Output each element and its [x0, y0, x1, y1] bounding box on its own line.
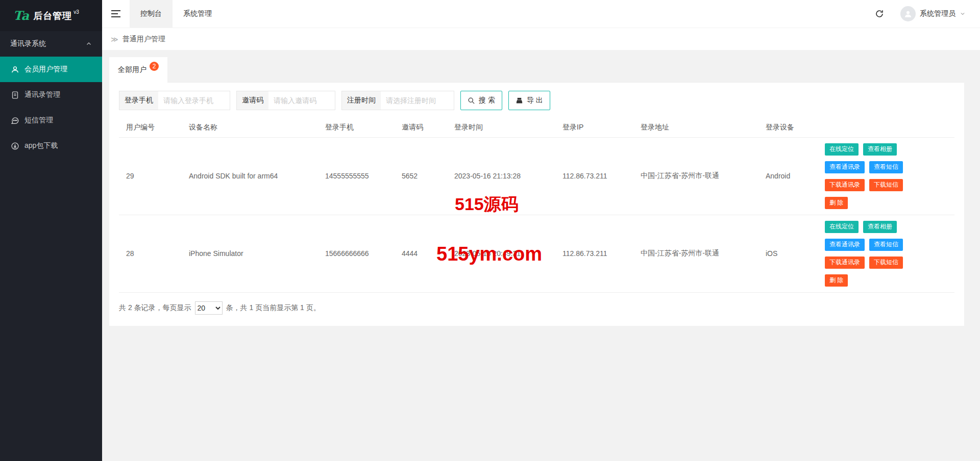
cell: 112.86.73.211 [555, 215, 633, 292]
breadcrumb-icon: ≫ [111, 35, 118, 43]
cell: 2023-05-16 21:13:28 [447, 137, 555, 215]
main-area: 控制台系统管理 系统管理员 ≫ 普通用户管理 [102, 0, 980, 461]
filter-label: 注册时间 [342, 91, 381, 110]
cell: 中国-江苏省-苏州市-联通 [633, 137, 758, 215]
delete-button[interactable]: 删 除 [825, 274, 848, 287]
view-album-button[interactable]: 查看相册 [863, 221, 897, 233]
cell: 28 [119, 215, 182, 292]
download-contacts-button[interactable]: 下载通讯录 [825, 257, 865, 269]
online-locate-button[interactable]: 在线定位 [825, 221, 859, 233]
user-icon [11, 65, 19, 74]
app-logo: Ta 后台管理 v3 [0, 0, 102, 31]
topbar: 控制台系统管理 系统管理员 [102, 0, 980, 28]
column-header: 登录设备 [758, 118, 818, 137]
column-header: 登录地址 [633, 118, 758, 137]
column-header: 登录手机 [318, 118, 395, 137]
online-locate-button[interactable]: 在线定位 [825, 143, 859, 156]
download-icon [11, 142, 19, 150]
sidebar-section-contacts-system[interactable]: 通讯录系统 [0, 31, 102, 57]
chevron-down-icon [960, 11, 966, 17]
refresh-icon[interactable] [864, 9, 895, 18]
sidebar-nav: 会员用户管理通讯录管理短信管理app包下载 [0, 57, 102, 159]
download-contacts-button[interactable]: 下载通讯录 [825, 179, 865, 191]
topbar-right: 系统管理员 [864, 0, 980, 28]
sidebar-item-app-package-download[interactable]: app包下载 [0, 133, 102, 159]
filter-group-0: 登录手机 [119, 91, 230, 110]
view-album-button[interactable]: 查看相册 [863, 143, 897, 156]
breadcrumb-current: 普通用户管理 [122, 35, 165, 44]
pagination-prefix: 共 2 条记录，每页显示 [119, 303, 191, 313]
page-size-select[interactable]: 20 [195, 301, 223, 315]
filter-input-1[interactable] [268, 91, 335, 110]
card-body: 登录手机邀请码注册时间 搜 索 导 出 用户编号设备名 [109, 83, 964, 326]
cell: 中国-江苏省-苏州市-联通 [633, 215, 758, 292]
cell: 2023-05-16 20:49:31 [447, 215, 555, 292]
search-button[interactable]: 搜 索 [460, 91, 502, 110]
view-sms-button[interactable]: 查看短信 [869, 161, 903, 173]
contacts-icon [11, 91, 19, 99]
cell: 29 [119, 137, 182, 215]
sidebar-item-contacts-management[interactable]: 通讯录管理 [0, 82, 102, 108]
view-contacts-button[interactable]: 查看通讯录 [825, 161, 865, 173]
cell: iOS [758, 215, 818, 292]
view-contacts-button[interactable]: 查看通讯录 [825, 239, 865, 251]
sidebar: Ta 后台管理 v3 通讯录系统 会员用户管理通讯录管理短信管理app包下载 [0, 0, 102, 461]
cell: iPhone Simulator [182, 215, 318, 292]
avatar [900, 6, 916, 21]
user-menu[interactable]: 系统管理员 [895, 0, 980, 28]
column-header: 登录时间 [447, 118, 555, 137]
view-sms-button[interactable]: 查看短信 [869, 239, 903, 251]
column-header: 用户编号 [119, 118, 182, 137]
row-actions: 在线定位查看相册查看通讯录查看短信下载通讯录下载短信删 除 [818, 215, 954, 292]
sms-icon [11, 116, 19, 125]
cell: 15666666666 [318, 215, 395, 292]
filter-bar: 登录手机邀请码注册时间 搜 索 导 出 [119, 90, 954, 118]
users-card: 全部用户 2 登录手机邀请码注册时间 搜 索 导 出 [109, 57, 964, 326]
download-sms-button[interactable]: 下载短信 [869, 179, 903, 191]
cell: 112.86.73.211 [555, 137, 633, 215]
table-row: 28iPhone Simulator1566666666644442023-05… [119, 215, 954, 292]
card-tabbar: 全部用户 2 [109, 57, 964, 83]
chevron-up-icon [86, 41, 92, 47]
export-icon [516, 97, 523, 105]
column-header: 登录IP [555, 118, 633, 137]
page: Ta 后台管理 v3 通讯录系统 会员用户管理通讯录管理短信管理app包下载 控… [0, 0, 980, 461]
download-sms-button[interactable]: 下载短信 [869, 257, 903, 269]
users-table: 用户编号设备名称登录手机邀请码登录时间登录IP登录地址登录设备 29Androi… [119, 118, 954, 293]
sidebar-section-title: 通讯录系统 [10, 39, 46, 48]
row-actions: 在线定位查看相册查看通讯录查看短信下载通讯录下载短信删 除 [818, 137, 954, 215]
filter-label: 邀请码 [237, 91, 268, 110]
search-button-label: 搜 索 [479, 96, 495, 105]
sidebar-item-label: app包下载 [24, 141, 58, 150]
cell: Android SDK built for arm64 [182, 137, 318, 215]
sidebar-item-label: 通讯录管理 [24, 90, 60, 99]
cell: 14555555555 [318, 137, 395, 215]
delete-button[interactable]: 删 除 [825, 197, 848, 209]
filter-label: 登录手机 [119, 91, 158, 110]
content: 全部用户 2 登录手机邀请码注册时间 搜 索 导 出 [102, 50, 980, 461]
cell: Android [758, 137, 818, 215]
column-header [818, 118, 954, 137]
table-row: 29Android SDK built for arm6414555555555… [119, 137, 954, 215]
pagination-suffix: 条，共 1 页当前显示第 1 页。 [226, 303, 321, 313]
filter-group-1: 邀请码 [236, 91, 335, 110]
user-name: 系统管理员 [920, 9, 955, 18]
table-header-row: 用户编号设备名称登录手机邀请码登录时间登录IP登录地址登录设备 [119, 118, 954, 137]
app-title: 后台管理 [33, 10, 72, 22]
top-tab-console[interactable]: 控制台 [130, 0, 173, 28]
filter-input-0[interactable] [158, 91, 230, 110]
filter-input-2[interactable] [381, 91, 454, 110]
topbar-tabs: 控制台系统管理 [130, 0, 223, 28]
export-button[interactable]: 导 出 [508, 91, 550, 110]
sidebar-item-member-user-management[interactable]: 会员用户管理 [0, 57, 102, 82]
menu-toggle-icon[interactable] [102, 0, 130, 28]
top-tab-system[interactable]: 系统管理 [173, 0, 223, 28]
app-version: v3 [74, 9, 79, 15]
tab-label: 全部用户 [118, 65, 146, 74]
logo-icon: Ta [13, 8, 29, 23]
tab-all-users[interactable]: 全部用户 2 [109, 57, 167, 83]
column-header: 邀请码 [395, 118, 447, 137]
sidebar-item-sms-management[interactable]: 短信管理 [0, 108, 102, 133]
sidebar-item-label: 会员用户管理 [24, 65, 67, 74]
count-badge: 2 [150, 62, 159, 71]
